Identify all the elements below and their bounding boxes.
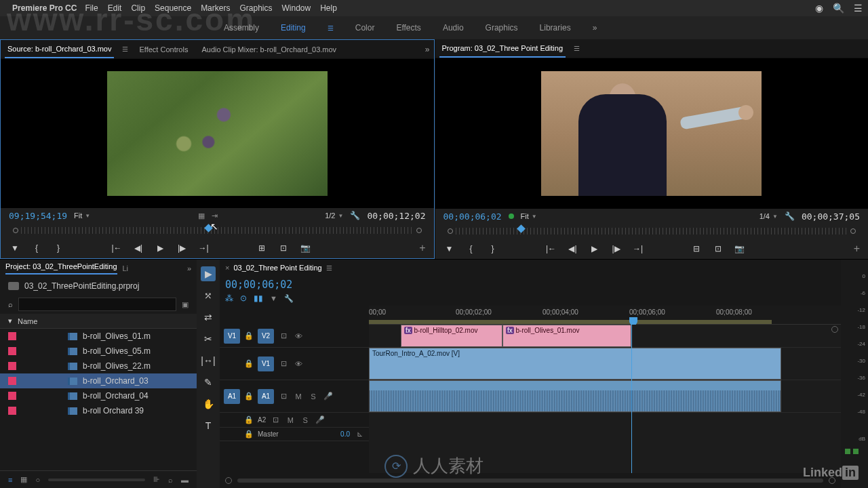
step-fwd-icon[interactable]: |▶: [610, 243, 623, 255]
clip-hilltop[interactable]: fx b-roll_Hilltop_02.mov: [401, 325, 502, 347]
source-timecode-in[interactable]: 09;19;54;19: [9, 211, 67, 221]
collapse-icon[interactable]: ▾: [8, 317, 12, 325]
master-value[interactable]: 0.0: [340, 430, 350, 438]
solo-icon[interactable]: S: [308, 392, 319, 401]
sync-lock-icon[interactable]: ⊡: [278, 359, 289, 368]
button-editor-icon[interactable]: +: [854, 243, 860, 255]
horizontal-scrollbar[interactable]: [237, 479, 823, 483]
clip-olives[interactable]: fx b-roll_Olives_01.mov: [502, 325, 631, 347]
source-patch-v1[interactable]: V1: [224, 329, 240, 344]
ws-assembly[interactable]: Assembly: [224, 23, 259, 33]
step-fwd-icon[interactable]: |▶: [176, 242, 188, 254]
toggle-output-icon[interactable]: 👁: [293, 360, 304, 368]
search-input[interactable]: [18, 298, 176, 311]
track-header-a2[interactable]: 🔒 A2 ⊡ M S 🎤: [220, 413, 369, 428]
ws-libraries[interactable]: Libraries: [540, 23, 571, 33]
ws-editing-menu-icon[interactable]: ☰: [328, 24, 334, 32]
bin-row[interactable]: b-roll_Olives_01.m: [0, 329, 197, 344]
track-header-master[interactable]: 🔒 Master 0.0 ⊾: [220, 428, 369, 441]
lock-icon[interactable]: 🔒: [244, 359, 254, 368]
solo-icon[interactable]: S: [300, 416, 311, 424]
linked-selection-icon[interactable]: ⊙: [240, 293, 247, 303]
target-v1[interactable]: V1: [258, 357, 274, 371]
bin-row[interactable]: b-roll Orchard 39: [0, 403, 197, 418]
overwrite-icon[interactable]: ⊡: [277, 242, 290, 254]
program-settings-icon[interactable]: 🔧: [785, 211, 795, 221]
menu-clip[interactable]: Clip: [131, 3, 145, 13]
list-icon[interactable]: ☰: [854, 3, 863, 14]
ws-color[interactable]: Color: [355, 23, 375, 33]
zoom-slider[interactable]: [48, 479, 145, 481]
menu-file[interactable]: File: [85, 3, 98, 13]
menu-window[interactable]: Window: [282, 3, 311, 13]
column-name[interactable]: Name: [18, 317, 37, 325]
new-bin-icon[interactable]: ▣: [182, 300, 189, 309]
insert-icon[interactable]: ⊞: [256, 242, 268, 254]
snap-icon[interactable]: ⁂: [225, 293, 233, 303]
sync-lock-icon[interactable]: ⊡: [278, 331, 289, 340]
voiceover-icon[interactable]: 🎤: [323, 392, 334, 401]
tab-project[interactable]: Project: 03_02_ThreePointEditing: [5, 262, 117, 274]
slip-tool-icon[interactable]: |↔|: [201, 353, 216, 368]
clip-intro-audio[interactable]: [369, 380, 781, 412]
razor-tool-icon[interactable]: ✂: [201, 331, 216, 346]
lock-icon[interactable]: 🔒: [244, 430, 254, 439]
toggle-output-icon[interactable]: 👁: [293, 332, 304, 340]
lift-icon[interactable]: ⊟: [690, 243, 703, 255]
tab-overflow-icon[interactable]: »: [187, 264, 191, 272]
program-resolution-dropdown[interactable]: 1/4▼: [760, 212, 778, 220]
icon-view-icon[interactable]: ▦: [20, 475, 27, 484]
tab-source[interactable]: Source: b-roll_Orchard_03.mov: [5, 41, 114, 58]
target-v2[interactable]: V2: [258, 329, 274, 344]
extract-icon[interactable]: ⊡: [712, 243, 724, 255]
scrubber-start[interactable]: [13, 228, 18, 233]
source-patch-empty[interactable]: [224, 415, 240, 426]
target-a1[interactable]: A1: [258, 389, 274, 404]
add-marker-icon[interactable]: ▮▮: [254, 293, 263, 303]
mark-in-icon[interactable]: {: [465, 243, 477, 255]
timeline-ruler[interactable]: 00;00 00;00;02;00 00;00;04;00 00;00;06;0…: [369, 306, 841, 325]
cc-cloud-icon[interactable]: ◉: [815, 3, 823, 14]
list-view-icon[interactable]: ≡: [8, 476, 12, 484]
find-icon[interactable]: ⌕: [168, 476, 173, 484]
track-header-v2[interactable]: V1 🔒 V2 ⊡ 👁: [220, 325, 369, 348]
tab-program-menu-icon[interactable]: ☰: [574, 45, 580, 52]
button-editor-icon[interactable]: +: [419, 242, 425, 254]
scrubber-end[interactable]: [416, 228, 422, 233]
clip-intro-video[interactable]: TourRon_Intro_A_02.mov [V]: [369, 348, 781, 380]
drag-video-icon[interactable]: ⇥: [212, 211, 218, 220]
program-scrubber[interactable]: [435, 224, 869, 239]
menu-help[interactable]: Help: [320, 3, 337, 13]
lock-icon[interactable]: 🔒: [244, 331, 254, 340]
add-marker-icon[interactable]: ▼: [443, 243, 456, 255]
tab-program[interactable]: Program: 03_02_Three Point Editing: [439, 40, 566, 58]
add-marker-icon[interactable]: ▼: [9, 242, 21, 254]
vertical-scroll-handle[interactable]: [831, 326, 838, 333]
mute-icon[interactable]: M: [285, 416, 296, 424]
bin-row[interactable]: b-roll_Olives_05.m: [0, 344, 197, 359]
goto-in-icon[interactable]: |←: [545, 243, 557, 255]
safe-margins-icon[interactable]: ▦: [198, 211, 205, 220]
selection-tool-icon[interactable]: ▶: [201, 266, 216, 281]
sort-icon[interactable]: ⊪: [153, 475, 160, 484]
goto-out-icon[interactable]: →|: [632, 243, 644, 255]
source-scrubber[interactable]: [1, 223, 434, 238]
marker-icon[interactable]: ▼: [270, 294, 277, 302]
ripple-edit-tool-icon[interactable]: ⇄: [201, 310, 216, 325]
ws-overflow-icon[interactable]: »: [593, 23, 597, 33]
goto-in-icon[interactable]: |←: [111, 242, 123, 254]
track-content[interactable]: fx b-roll_Hilltop_02.mov fx b-roll_Olive…: [369, 325, 841, 473]
meter-icon[interactable]: ⊾: [354, 430, 365, 439]
track-header-a1[interactable]: A1 🔒 A1 ⊡ M S 🎤: [220, 380, 369, 413]
timeline-tab[interactable]: 03_02_Three Point Editing: [233, 264, 321, 272]
bin-row[interactable]: b-roll_Orchard_04: [0, 388, 197, 403]
sync-lock-icon[interactable]: ⊡: [278, 392, 289, 401]
playhead-line[interactable]: [631, 325, 632, 473]
ws-audio[interactable]: Audio: [443, 23, 464, 33]
tab-audio-mixer[interactable]: Audio Clip Mixer: b-roll_Orchard_03.mov: [199, 41, 339, 58]
timeline-tab-menu-icon[interactable]: ☰: [326, 264, 332, 272]
mark-out-icon[interactable]: }: [487, 243, 499, 255]
ws-graphics[interactable]: Graphics: [486, 23, 518, 33]
timeline-timecode[interactable]: 00;00;06;02: [225, 279, 294, 291]
goto-out-icon[interactable]: →|: [197, 242, 210, 254]
